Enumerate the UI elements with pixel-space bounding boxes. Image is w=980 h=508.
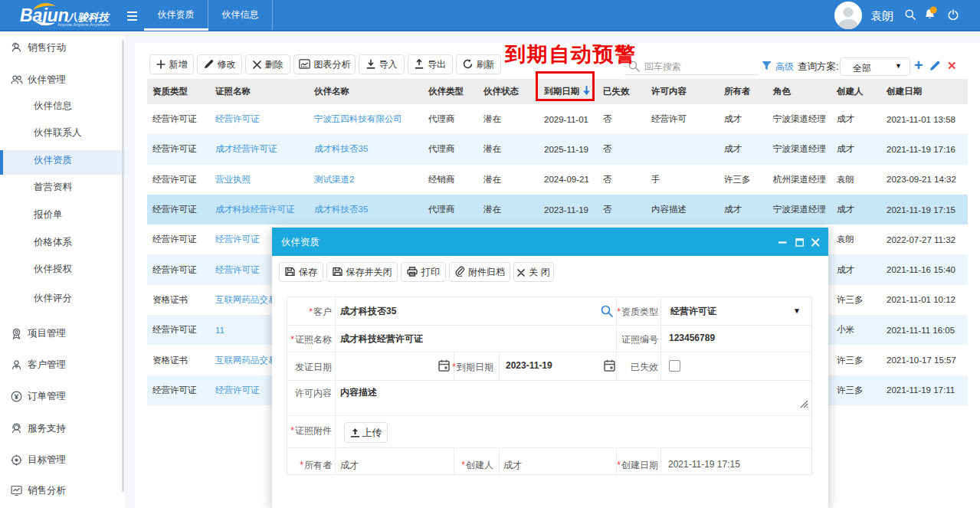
svg-text:Anyone,Anytime,Anywhere!: Anyone,Anytime,Anywhere!	[57, 22, 110, 27]
svg-text:八骏科技: 八骏科技	[67, 11, 111, 23]
